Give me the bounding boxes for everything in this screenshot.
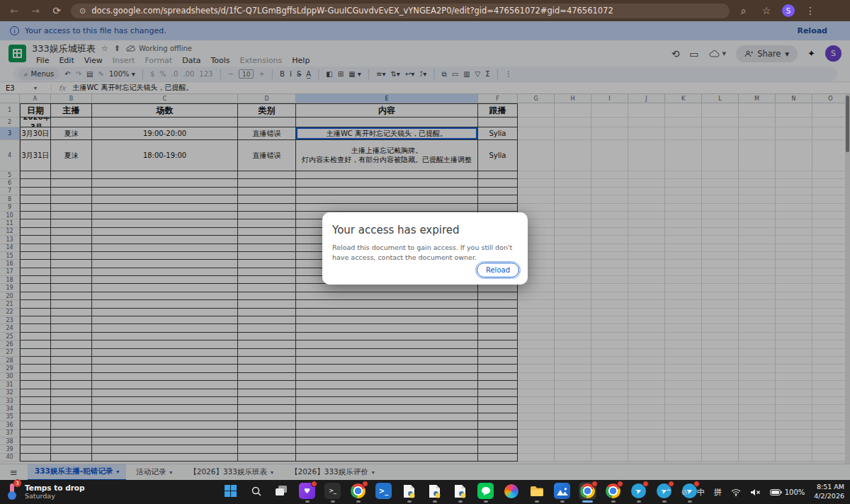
back-icon[interactable]: ←	[7, 5, 21, 16]
taskbar-office-365-icon[interactable]	[502, 483, 520, 503]
page-content: i Your access to this file has changed. …	[0, 21, 850, 480]
windows-taskbar: 3 Temps to drop Saturday ♥>_>_➤➤➤ ⌃ ⊘ 中 …	[0, 480, 850, 504]
taskbar-icons: ♥>_>_➤➤➤	[222, 483, 698, 503]
browser-toolbar: ← → ⟳ ⊙ docs.google.com/spreadsheets/d/1…	[0, 0, 850, 21]
volume-muted-icon[interactable]	[750, 488, 761, 496]
taskbar-chrome-profile-icon[interactable]	[349, 483, 367, 503]
notification-badge	[591, 481, 598, 487]
zoom-icon[interactable]: ⌕	[737, 5, 751, 17]
taskbar-terminal-icon[interactable]: >_	[324, 483, 341, 503]
screen: ← → ⟳ ⊙ docs.google.com/spreadsheets/d/1…	[0, 0, 850, 504]
notification-badge	[362, 481, 368, 487]
ime-mode[interactable]: 拼	[714, 487, 722, 498]
dialog-title: Your access has expired	[332, 224, 518, 236]
notification-badge	[617, 481, 623, 487]
taskbar-clock[interactable]: 8:51 AM 4/2/2026	[814, 483, 844, 501]
taskbar-python-doc-2-icon[interactable]	[426, 483, 443, 503]
taskbar-folder-icon[interactable]	[528, 483, 545, 503]
bookmark-star-icon[interactable]: ☆	[759, 5, 774, 16]
weather-badge: 3	[13, 479, 21, 487]
access-expired-dialog: Your access has expired Reload this docu…	[322, 212, 528, 285]
dialog-reload-button[interactable]: Reload	[477, 263, 519, 277]
notification-badge	[311, 481, 317, 487]
battery-percent: 100%	[785, 488, 805, 496]
url-text[interactable]: docs.google.com/spreadsheets/d/1fC-Q7LGm…	[91, 6, 613, 16]
thermometer-icon: 3	[4, 482, 20, 500]
taskbar-powershell-icon[interactable]: >_	[375, 483, 392, 503]
clock-time: 8:51 AM	[814, 483, 844, 492]
tray-chevron-icon[interactable]: ⌃	[665, 488, 672, 497]
taskbar-line-icon[interactable]	[477, 483, 494, 503]
weather-widget[interactable]: 3 Temps to drop Saturday	[4, 482, 85, 500]
taskbar-chrome-active-icon[interactable]	[579, 483, 596, 503]
weather-headline: Temps to drop	[25, 483, 85, 492]
clock-date: 4/2/2026	[814, 492, 844, 501]
weather-subtext: Saturday	[25, 492, 85, 500]
taskbar-task-view-icon[interactable]	[273, 483, 290, 503]
taskbar-telegram-1-icon[interactable]: ➤	[630, 483, 647, 503]
taskbar-photos-icon[interactable]	[553, 483, 571, 503]
taskbar-purple-app-icon[interactable]: ♥	[298, 483, 316, 503]
ime-language[interactable]: 中	[697, 487, 705, 498]
address-bar[interactable]: ⊙ docs.google.com/spreadsheets/d/1fC-Q7L…	[71, 4, 730, 18]
reload-icon[interactable]: ⟳	[50, 5, 64, 16]
taskbar-python-doc-1-icon[interactable]	[400, 483, 418, 503]
wifi-icon[interactable]	[731, 488, 741, 496]
site-info-icon[interactable]: ⊙	[79, 6, 86, 16]
taskbar-python-doc-3-icon[interactable]	[451, 483, 469, 503]
browser-menu-icon[interactable]: ⋮	[803, 5, 817, 16]
battery-indicator[interactable]: 100%	[770, 488, 805, 496]
dialog-body: Reload this document to gain access. If …	[332, 243, 518, 263]
forward-icon[interactable]: →	[28, 5, 42, 16]
browser-profile-avatar[interactable]: S	[782, 4, 795, 17]
battery-icon	[770, 489, 782, 496]
muted-mic-icon[interactable]: ⊘	[681, 488, 688, 497]
notification-badge	[642, 481, 649, 487]
taskbar-start-icon[interactable]	[222, 483, 239, 503]
system-tray: ⌃ ⊘ 中 拼 100%	[665, 480, 844, 504]
taskbar-search-icon[interactable]	[247, 483, 265, 503]
taskbar-chrome-2-icon[interactable]	[604, 483, 622, 503]
